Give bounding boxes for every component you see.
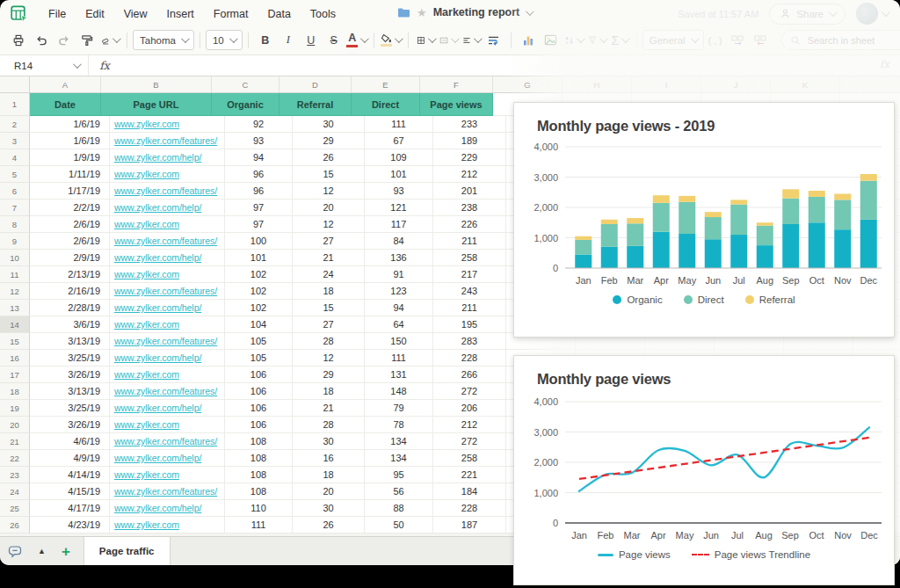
page-url-link[interactable]: www.zylker.com/help/	[114, 453, 201, 463]
date-cell[interactable]: 4/9/19	[30, 450, 110, 467]
date-cell[interactable]: 4/14/19	[30, 467, 110, 483]
row-number[interactable]: 16	[0, 350, 30, 367]
date-cell[interactable]: 2/16/19	[30, 283, 110, 300]
referral-cell[interactable]: 29	[293, 367, 365, 383]
referral-cell[interactable]: 24	[293, 266, 365, 283]
page-url-cell[interactable]: www.zylker.com/features/	[110, 133, 225, 149]
row-number[interactable]: 9	[0, 233, 30, 250]
page-views-cell[interactable]: 228	[433, 350, 506, 367]
direct-cell[interactable]: 94	[365, 300, 433, 316]
referral-cell[interactable]: 30	[293, 500, 365, 517]
header-cell[interactable]: Page views	[420, 93, 493, 116]
direct-cell[interactable]: 91	[365, 266, 433, 283]
date-cell[interactable]: 2/2/19	[30, 200, 110, 216]
strikethrough-button[interactable]: S	[323, 30, 345, 51]
page-views-cell[interactable]: 217	[433, 266, 506, 283]
organic-cell[interactable]: 102	[225, 266, 293, 283]
row-number[interactable]: 22	[0, 450, 30, 467]
page-views-cell[interactable]: 258	[433, 450, 506, 467]
date-cell[interactable]: 1/6/19	[30, 133, 110, 149]
referral-cell[interactable]: 12	[293, 183, 365, 200]
date-cell[interactable]: 2/28/19	[30, 300, 110, 316]
organic-cell[interactable]: 106	[225, 400, 293, 417]
organic-cell[interactable]: 108	[225, 467, 293, 483]
wrap-text-button[interactable]	[483, 30, 505, 51]
referral-cell[interactable]: 18	[293, 467, 365, 483]
column-header-F[interactable]: F	[420, 76, 493, 92]
date-cell[interactable]: 4/17/19	[30, 500, 110, 517]
header-cell[interactable]: Date	[30, 93, 101, 116]
date-cell[interactable]: 2/6/19	[30, 233, 110, 250]
direct-cell[interactable]: 121	[365, 200, 433, 216]
underline-button[interactable]: U	[300, 30, 323, 51]
date-cell[interactable]: 1/9/19	[30, 149, 110, 166]
font-color-button[interactable]: A	[345, 30, 368, 51]
direct-cell[interactable]: 134	[365, 450, 433, 467]
row-number[interactable]: 23	[0, 467, 30, 483]
merge-cells-button[interactable]	[437, 30, 460, 51]
date-cell[interactable]: 3/6/19	[30, 316, 110, 333]
page-url-link[interactable]: www.zylker.com/help/	[114, 352, 201, 363]
page-url-link[interactable]: www.zylker.com/help/	[114, 403, 201, 413]
page-views-cell[interactable]: 221	[433, 467, 506, 483]
bar-chart-card[interactable]: Monthly page views - 2019 01,0002,0003,0…	[513, 102, 895, 338]
organic-cell[interactable]: 110	[225, 500, 293, 517]
page-views-cell[interactable]: 211	[433, 300, 506, 316]
page-url-link[interactable]: www.zylker.com/features/	[114, 236, 217, 246]
row-number[interactable]: 14	[0, 316, 30, 333]
page-views-cell[interactable]: 212	[433, 417, 506, 433]
redo-button[interactable]	[53, 30, 76, 51]
page-views-cell[interactable]: 226	[433, 216, 506, 233]
organic-cell[interactable]: 108	[225, 450, 293, 467]
organic-cell[interactable]: 105	[225, 350, 293, 367]
row-number[interactable]: 6	[0, 183, 30, 200]
referral-cell[interactable]: 21	[293, 250, 365, 266]
page-url-cell[interactable]: www.zylker.com/help/	[110, 149, 225, 166]
page-url-cell[interactable]: www.zylker.com/features/	[110, 283, 225, 300]
italic-button[interactable]: I	[277, 30, 300, 51]
date-cell[interactable]: 2/13/19	[30, 266, 110, 283]
referral-cell[interactable]: 30	[293, 433, 365, 450]
page-views-cell[interactable]: 258	[433, 250, 506, 266]
referral-cell[interactable]: 20	[293, 483, 365, 500]
page-url-cell[interactable]: www.zylker.com/features/	[110, 433, 225, 450]
referral-cell[interactable]: 18	[293, 283, 365, 300]
organic-cell[interactable]: 108	[225, 433, 293, 450]
referral-cell[interactable]: 15	[293, 166, 365, 183]
organic-cell[interactable]: 104	[225, 316, 293, 333]
sheet-tab-page-traffic[interactable]: Page traffic	[83, 537, 171, 565]
select-all-corner[interactable]	[0, 76, 30, 92]
referral-cell[interactable]: 26	[293, 517, 365, 534]
direct-cell[interactable]: 134	[365, 433, 433, 450]
page-views-cell[interactable]: 283	[433, 333, 506, 350]
comments-button[interactable]	[0, 545, 30, 558]
page-url-link[interactable]: www.zylker.com/help/	[114, 202, 201, 213]
row-number[interactable]: 13	[0, 300, 30, 316]
line-chart-card[interactable]: Monthly page views 01,0002,0003,0004,000…	[513, 355, 895, 585]
direct-cell[interactable]: 150	[365, 333, 433, 350]
font-family-select[interactable]: Tahoma	[133, 30, 194, 50]
fill-color-button[interactable]	[380, 30, 403, 51]
page-url-link[interactable]: www.zylker.com	[114, 319, 179, 330]
page-views-cell[interactable]: 228	[433, 500, 506, 517]
direct-cell[interactable]: 84	[365, 233, 433, 250]
direct-cell[interactable]: 117	[365, 216, 433, 233]
page-url-cell[interactable]: www.zylker.com/features/	[110, 483, 225, 500]
referral-cell[interactable]: 30	[293, 116, 365, 133]
favorite-star-icon[interactable]: ★	[417, 7, 427, 18]
referral-cell[interactable]: 16	[293, 450, 365, 467]
direct-cell[interactable]: 79	[365, 400, 433, 417]
page-url-link[interactable]: www.zylker.com/help/	[114, 152, 201, 163]
direct-cell[interactable]: 95	[365, 467, 433, 483]
row-number[interactable]: 20	[0, 417, 30, 433]
page-url-cell[interactable]: www.zylker.com/help/	[110, 450, 225, 467]
date-cell[interactable]: 4/23/19	[30, 517, 110, 534]
sheet-list-button[interactable]: ▲	[30, 547, 54, 555]
menu-item-file[interactable]: File	[39, 8, 76, 20]
organic-cell[interactable]: 96	[225, 166, 293, 183]
page-url-cell[interactable]: www.zylker.com/help/	[110, 250, 225, 266]
referral-cell[interactable]: 12	[293, 350, 365, 367]
menu-item-edit[interactable]: Edit	[76, 8, 114, 20]
page-url-cell[interactable]: www.zylker.com/features/	[110, 383, 225, 400]
page-url-cell[interactable]: www.zylker.com	[110, 116, 225, 133]
